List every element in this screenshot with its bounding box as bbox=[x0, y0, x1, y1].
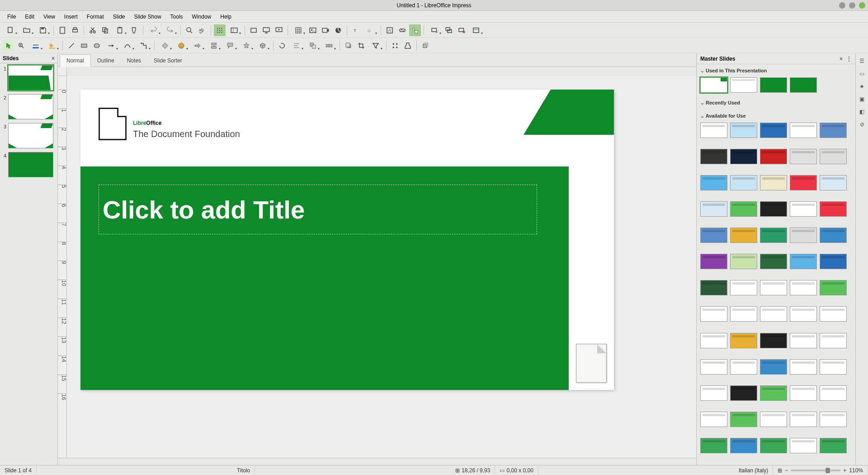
master-template[interactable] bbox=[790, 149, 817, 164]
rotate-button[interactable] bbox=[276, 40, 288, 52]
slide-thumb-3[interactable]: 3 bbox=[2, 123, 56, 148]
master-template[interactable] bbox=[820, 149, 847, 164]
new-slide-button[interactable] bbox=[427, 24, 442, 36]
master-template[interactable] bbox=[760, 149, 787, 164]
master-template[interactable] bbox=[820, 306, 847, 322]
start-current-button[interactable] bbox=[273, 24, 285, 36]
master-template[interactable] bbox=[790, 228, 817, 243]
new-button[interactable] bbox=[3, 24, 18, 36]
master-template[interactable] bbox=[700, 280, 727, 295]
crop-button[interactable] bbox=[355, 40, 367, 52]
status-page[interactable]: Slide 1 of 4 bbox=[0, 466, 37, 475]
insert-textbox-button[interactable]: T bbox=[350, 24, 362, 36]
horizontal-scrollbar[interactable] bbox=[58, 458, 696, 465]
save-button[interactable] bbox=[35, 24, 51, 36]
redo-button[interactable] bbox=[162, 24, 178, 36]
master-slides-tab-icon[interactable]: ▣ bbox=[857, 94, 867, 104]
insert-image-button[interactable] bbox=[307, 24, 319, 36]
zoom-slider[interactable] bbox=[791, 470, 840, 471]
master-template[interactable] bbox=[700, 306, 727, 322]
insert-table-button[interactable] bbox=[291, 24, 306, 36]
master-template[interactable] bbox=[700, 438, 727, 453]
export-pdf-button[interactable] bbox=[57, 24, 68, 36]
master-template[interactable] bbox=[820, 228, 847, 243]
flowchart-button[interactable] bbox=[206, 40, 222, 52]
master-template[interactable] bbox=[700, 254, 727, 269]
delete-slide-button[interactable] bbox=[456, 24, 467, 36]
master-template[interactable] bbox=[760, 228, 787, 243]
close-slide-panel-icon[interactable]: × bbox=[52, 55, 55, 62]
paste-button[interactable] bbox=[112, 24, 127, 36]
master-template[interactable] bbox=[730, 175, 757, 190]
slide-transition-tab-icon[interactable]: ▭ bbox=[857, 69, 867, 79]
insert-chart-button[interactable] bbox=[332, 24, 344, 36]
master-template[interactable] bbox=[790, 359, 817, 375]
undo-button[interactable] bbox=[146, 24, 161, 36]
insert-fontwork-button[interactable]: A bbox=[384, 24, 396, 36]
master-used-3[interactable] bbox=[760, 77, 787, 93]
master-template[interactable] bbox=[760, 359, 787, 375]
close-master-panel-icon[interactable]: × bbox=[840, 56, 843, 62]
copy-button[interactable] bbox=[99, 24, 111, 36]
master-template[interactable] bbox=[730, 412, 757, 427]
clone-format-button[interactable] bbox=[128, 24, 140, 36]
master-template[interactable] bbox=[790, 175, 817, 190]
master-template[interactable] bbox=[760, 254, 787, 269]
tab-slidesorter[interactable]: Slide Sorter bbox=[147, 55, 189, 66]
master-template[interactable] bbox=[760, 280, 787, 295]
zoom-in-icon[interactable]: + bbox=[843, 467, 846, 474]
fit-page-icon[interactable]: ⊞ bbox=[778, 467, 782, 474]
master-template[interactable] bbox=[820, 438, 847, 453]
master-template[interactable] bbox=[790, 438, 817, 453]
master-template[interactable] bbox=[730, 228, 757, 243]
menu-slide[interactable]: Slide bbox=[108, 12, 130, 22]
tab-normal[interactable]: Normal bbox=[60, 54, 91, 67]
section-available[interactable]: Available for Use bbox=[697, 111, 855, 121]
master-template[interactable] bbox=[700, 201, 727, 217]
menu-tools[interactable]: Tools bbox=[166, 12, 188, 22]
cut-button[interactable] bbox=[87, 24, 99, 36]
arrange-button[interactable] bbox=[305, 40, 321, 52]
master-used-1[interactable] bbox=[700, 77, 727, 93]
master-template[interactable] bbox=[790, 201, 817, 217]
master-template[interactable] bbox=[700, 149, 727, 164]
master-template[interactable] bbox=[730, 201, 757, 217]
master-template[interactable] bbox=[760, 333, 787, 348]
distribute-button[interactable] bbox=[321, 40, 337, 52]
master-template[interactable] bbox=[820, 333, 847, 348]
editing-canvas[interactable]: LibreOffice The Document Foundation Clic… bbox=[67, 76, 696, 458]
master-template[interactable] bbox=[760, 306, 787, 322]
select-tool[interactable] bbox=[3, 40, 14, 52]
title-placeholder[interactable]: Click to add Title bbox=[99, 185, 537, 234]
fill-color-button[interactable] bbox=[44, 40, 60, 52]
toggle-extrusion-button[interactable] bbox=[420, 40, 431, 52]
master-template[interactable] bbox=[760, 123, 787, 138]
insert-av-button[interactable] bbox=[320, 24, 331, 36]
master-used-4[interactable] bbox=[790, 77, 817, 93]
open-button[interactable] bbox=[19, 24, 34, 36]
connector-tool[interactable] bbox=[136, 40, 151, 52]
master-template[interactable] bbox=[760, 412, 787, 427]
3d-objects-button[interactable] bbox=[255, 40, 270, 52]
master-template[interactable] bbox=[820, 201, 847, 217]
master-template[interactable] bbox=[730, 438, 757, 453]
display-views-button[interactable] bbox=[226, 24, 242, 36]
menu-insert[interactable]: Insert bbox=[60, 12, 82, 22]
master-template[interactable] bbox=[820, 359, 847, 375]
start-presentation-button[interactable] bbox=[260, 24, 272, 36]
insert-hyperlink-button[interactable] bbox=[396, 24, 408, 36]
rectangle-tool[interactable] bbox=[78, 40, 90, 52]
master-template[interactable] bbox=[700, 359, 727, 375]
master-template[interactable] bbox=[760, 201, 787, 217]
master-template[interactable] bbox=[790, 254, 817, 269]
master-template[interactable] bbox=[820, 280, 847, 295]
slide-thumb-1[interactable]: 1 bbox=[2, 65, 56, 90]
properties-tab-icon[interactable]: ☰ bbox=[857, 56, 867, 66]
master-template[interactable] bbox=[730, 280, 757, 295]
master-template[interactable] bbox=[790, 385, 817, 401]
filter-button[interactable] bbox=[368, 40, 383, 52]
status-language[interactable]: Italian (Italy) bbox=[734, 466, 773, 475]
close-icon[interactable] bbox=[859, 2, 865, 9]
zoom-value[interactable]: 110% bbox=[849, 467, 863, 474]
zoom-pan-button[interactable] bbox=[15, 40, 27, 52]
